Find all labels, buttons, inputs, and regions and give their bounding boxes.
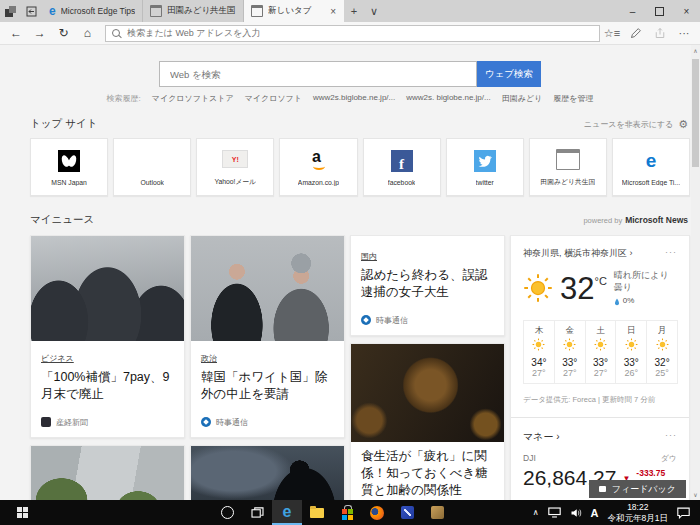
- windows-taskbar: e ∧ A 18:22 令和元年8月1日: [0, 500, 700, 525]
- chevron-right-icon: ›: [556, 431, 559, 442]
- topx-symbol[interactable]: TOPX: [523, 499, 546, 500]
- maximize-button[interactable]: [646, 0, 673, 22]
- history-link[interactable]: マイクロソフトストア: [152, 93, 234, 104]
- taskbar-file-explorer-button[interactable]: [302, 500, 332, 525]
- tab-preview-button[interactable]: ∨: [364, 0, 384, 22]
- taskbar-store-button[interactable]: [332, 500, 362, 525]
- refresh-button[interactable]: ↻: [52, 26, 76, 40]
- history-link[interactable]: www2s.biglobe.ne.jp/...: [313, 93, 395, 104]
- task-view-icon: [251, 507, 264, 518]
- dji-symbol[interactable]: DJI: [523, 453, 536, 463]
- news-card-7pay[interactable]: ビジネス 「100%補償」7pay、9月末で廃止 産経新聞: [30, 235, 185, 438]
- forecast-day[interactable]: 木 34° 27°: [523, 320, 555, 384]
- show-hidden-icons-button[interactable]: ∧: [533, 508, 539, 517]
- tab-title: Microsoft Edge Tips: [61, 6, 135, 16]
- cortana-icon: [221, 506, 234, 519]
- set-tabs-aside-icon[interactable]: [4, 5, 17, 18]
- tile-twitter[interactable]: twitter: [446, 138, 524, 196]
- news-card-whitelist[interactable]: 政治 韓国「ホワイト国」除外の中止を要請 時事通信: [190, 235, 345, 438]
- taskbar-app-button-2[interactable]: [422, 500, 452, 525]
- tab-close-icon[interactable]: ×: [329, 6, 337, 17]
- weather-menu-button[interactable]: ···: [665, 247, 677, 260]
- hide-news-link[interactable]: ニュースを非表示にする: [584, 119, 673, 130]
- taskbar-app-button[interactable]: [392, 500, 422, 525]
- history-link[interactable]: マイクロソフト: [245, 93, 302, 104]
- edge-favicon: e: [49, 5, 56, 17]
- news-category[interactable]: 国内: [361, 252, 377, 261]
- minimize-button[interactable]: –: [619, 0, 646, 22]
- tile-msn-japan[interactable]: MSN Japan: [30, 138, 108, 196]
- browser-toolbar: ← → ↻ ⌂ ☆≡ ···: [0, 22, 700, 45]
- taskbar-edge-button[interactable]: e: [272, 500, 302, 525]
- scroll-up-icon[interactable]: ∧: [691, 47, 700, 54]
- scrollbar-thumb[interactable]: [692, 59, 699, 167]
- money-menu-button[interactable]: ···: [665, 430, 677, 444]
- web-note-pen-icon[interactable]: [624, 27, 648, 39]
- sun-icon: [523, 273, 553, 303]
- close-button[interactable]: ×: [673, 0, 700, 22]
- windows-logo-icon: [17, 507, 28, 518]
- volume-icon[interactable]: [570, 507, 582, 519]
- gear-icon[interactable]: ⚙: [678, 119, 688, 130]
- share-icon[interactable]: [648, 27, 672, 39]
- web-search-box[interactable]: [159, 61, 477, 87]
- address-input[interactable]: [125, 27, 593, 39]
- forecast-day[interactable]: 土 33° 27°: [585, 320, 617, 384]
- news-category[interactable]: ビジネス: [41, 354, 74, 363]
- news-card-topic[interactable]: 話題: [190, 445, 345, 501]
- tab-new-tab[interactable]: 新しいタブ ×: [244, 0, 344, 22]
- tabs-set-aside-icon[interactable]: [25, 5, 38, 18]
- news-card-domestic[interactable]: 国内: [30, 445, 185, 501]
- weather-location-link[interactable]: 神奈川県, 横浜市神奈川区 ›: [523, 247, 633, 260]
- tab-microsoft-edge-tips[interactable]: e Microsoft Edge Tips: [42, 0, 143, 22]
- tile-outlook[interactable]: Outlook: [113, 138, 191, 196]
- manage-history-link[interactable]: 履歴を管理: [553, 93, 593, 104]
- my-news-title: マイニュース: [30, 213, 94, 227]
- search-icon: [112, 29, 120, 37]
- app-icon: [401, 506, 414, 519]
- network-icon[interactable]: [548, 507, 561, 518]
- task-view-button[interactable]: [242, 500, 272, 525]
- taskbar-firefox-button[interactable]: [362, 500, 392, 525]
- money-title-link[interactable]: マネー ›: [523, 430, 560, 444]
- news-source: 産経新聞: [56, 417, 88, 428]
- back-button[interactable]: ←: [4, 26, 28, 40]
- tile-edge-tips[interactable]: e Microsoft Edge Ti...: [612, 138, 690, 196]
- chevron-right-icon: ›: [630, 248, 633, 258]
- home-button[interactable]: ⌂: [75, 26, 99, 40]
- edge-icon: e: [283, 504, 292, 520]
- forecast-day[interactable]: 月 32° 25°: [646, 320, 678, 384]
- tile-denen-midori[interactable]: 田園みどり共生国: [529, 138, 607, 196]
- page-scrollbar[interactable]: ∧ ∨: [691, 45, 700, 500]
- feedback-button[interactable]: フィードバック: [589, 480, 686, 498]
- history-link[interactable]: 田園みどり: [502, 93, 543, 104]
- history-link[interactable]: www2s. biglobe.ne.jp/...: [406, 93, 491, 104]
- jiji-press-icon: [201, 417, 211, 427]
- tile-amazon[interactable]: a Amazon.co.jp: [279, 138, 357, 196]
- forecast-day[interactable]: 日 33° 26°: [615, 320, 647, 384]
- news-card-diet-fatigue[interactable]: 食生活が「疲れ」に関係！知っておくべき糖質と加齢の関係性 リゲイン・トリプルフォ…: [350, 343, 505, 501]
- info-column: 神奈川県, 横浜市神奈川区 › ··· 32°C 晴れ所により曇り: [510, 235, 690, 500]
- tab-denen-midori[interactable]: 田園みどり共生国: [143, 0, 244, 22]
- more-actions-button[interactable]: ···: [672, 27, 696, 39]
- news-column-2: 政治 韓国「ホワイト国」除外の中止を要請 時事通信 話題: [190, 235, 345, 500]
- weather-data-source: データ提供元: Foreca | 更新時間 7 分前: [523, 395, 677, 405]
- web-search-button[interactable]: ウェブ検索: [477, 61, 541, 87]
- news-category[interactable]: 政治: [201, 354, 217, 363]
- ime-indicator[interactable]: A: [591, 507, 599, 519]
- forecast-day[interactable]: 金 33° 27°: [554, 320, 586, 384]
- action-center-icon[interactable]: [677, 507, 690, 519]
- address-bar[interactable]: [105, 25, 600, 42]
- news-card-arrest[interactable]: 国内 認めたら終わる、誤認逮捕の女子大生 時事通信: [350, 235, 505, 336]
- start-button[interactable]: [0, 500, 44, 525]
- new-tab-button[interactable]: +: [344, 0, 364, 22]
- scroll-down-icon[interactable]: ∨: [691, 491, 700, 498]
- web-search-input[interactable]: [168, 68, 468, 81]
- forward-button[interactable]: →: [28, 26, 52, 40]
- yahoo-mail-icon: Y!: [222, 150, 248, 168]
- tile-yahoo-mail[interactable]: Y! Yahoo!メール: [196, 138, 274, 196]
- hub-favorites-icon[interactable]: ☆≡: [600, 27, 624, 40]
- taskbar-clock[interactable]: 18:22 令和元年8月1日: [608, 502, 668, 523]
- tile-facebook[interactable]: f facebook: [363, 138, 441, 196]
- cortana-button[interactable]: [212, 500, 242, 525]
